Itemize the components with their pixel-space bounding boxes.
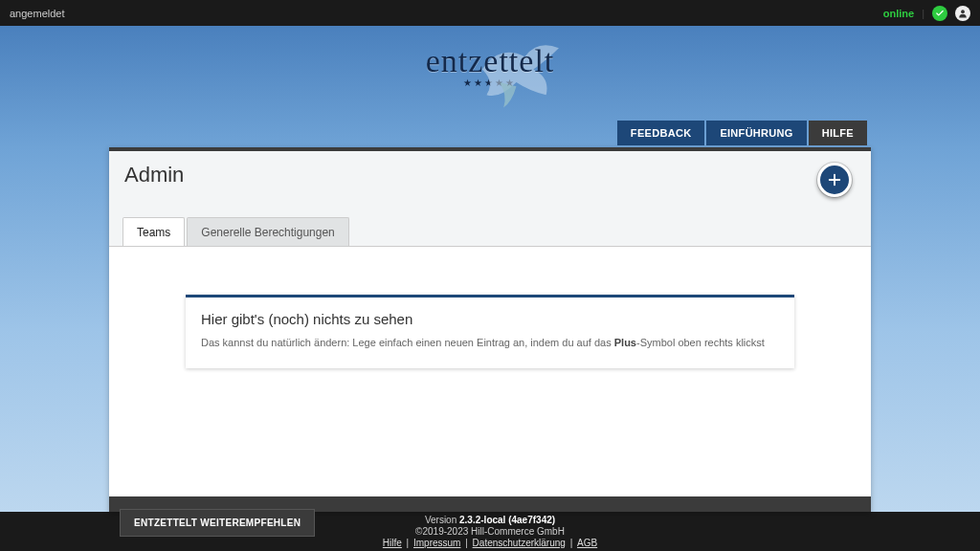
- status-separator: |: [922, 8, 924, 19]
- page-title: Admin: [124, 163, 184, 187]
- empty-text-suffix: -Symbol oben rechts klickst: [636, 337, 765, 348]
- version-label: Version: [425, 515, 459, 525]
- footer-link-help[interactable]: Hilfe: [383, 538, 402, 548]
- system-topbar: angemeldet online |: [0, 0, 980, 26]
- footer-link-terms[interactable]: AGB: [577, 538, 597, 548]
- user-menu-icon[interactable]: [955, 6, 970, 21]
- footer-link-privacy[interactable]: Datenschutzerklärung: [473, 538, 566, 548]
- plus-icon: [826, 171, 843, 188]
- main-panel: Admin Teams Generelle Berechtigungen Hie…: [109, 147, 871, 512]
- svg-point-0: [961, 10, 965, 13]
- add-button[interactable]: [817, 163, 852, 197]
- header-hero: entzettelt ★★★★★ FEEDBACK EINFÜHRUNG HIL…: [0, 26, 980, 147]
- tab-teams[interactable]: Teams: [122, 217, 185, 247]
- tab-content: Hier gibt's (noch) nichts zu sehen Das k…: [109, 246, 871, 496]
- tab-bar: Teams Generelle Berechtigungen: [122, 217, 871, 247]
- nav-help[interactable]: HILFE: [809, 121, 867, 145]
- login-state-label: angemeldet: [10, 8, 65, 19]
- footer-version: Version 2.3.2-local (4ae7f342): [425, 515, 555, 525]
- tab-permissions[interactable]: Generelle Berechtigungen: [187, 217, 348, 247]
- sync-ok-icon[interactable]: [932, 6, 947, 21]
- empty-text-prefix: Das kannst du natürlich ändern: Lege ein…: [201, 337, 614, 348]
- footer-links: Hilfe | Impressum | Datenschutzerklärung…: [383, 538, 597, 548]
- online-status-label: online: [883, 8, 914, 19]
- empty-state-title: Hier gibt's (noch) nichts zu sehen: [201, 311, 779, 327]
- brand-name: entzettelt: [426, 43, 555, 79]
- nav-intro[interactable]: EINFÜHRUNG: [706, 121, 806, 145]
- top-nav: FEEDBACK EINFÜHRUNG HILFE: [617, 121, 867, 145]
- empty-state-card: Hier gibt's (noch) nichts zu sehen Das k…: [186, 295, 794, 368]
- version-value: 2.3.2-local (4ae7f342): [459, 515, 555, 525]
- empty-text-bold: Plus: [614, 337, 636, 348]
- main-background: Admin Teams Generelle Berechtigungen Hie…: [0, 147, 980, 512]
- brand-logo[interactable]: entzettelt ★★★★★: [426, 43, 555, 88]
- recommend-button[interactable]: ENTZETTELT WEITEREMPFEHLEN: [120, 509, 315, 537]
- empty-state-text: Das kannst du natürlich ändern: Lege ein…: [201, 335, 779, 351]
- nav-feedback[interactable]: FEEDBACK: [617, 121, 705, 145]
- footer-link-imprint[interactable]: Impressum: [413, 538, 460, 548]
- footer-copyright: ©2019-2023 Hill-Commerce GmbH: [415, 526, 565, 537]
